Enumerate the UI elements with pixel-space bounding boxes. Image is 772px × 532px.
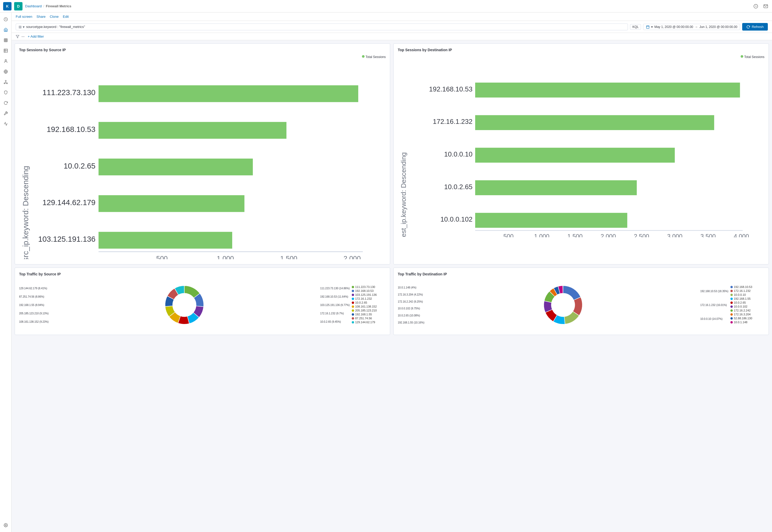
sidebar-item-home[interactable]: [1, 25, 10, 34]
breadcrumb-sep: /: [43, 4, 44, 8]
dst-legend-item-4: 192.168.1.55: [730, 297, 764, 300]
bar-1: [99, 85, 358, 102]
dst-tick-2500: 2,500: [634, 233, 649, 237]
traffic-dst-donut-wrapper: 10.0.1.148 (4%) 172.16.3.204 (4.22%) 172…: [398, 281, 728, 328]
mail-icon[interactable]: [763, 3, 769, 9]
donut-src-right-labels: 111.223.73.130 (14.86%) 192.168.10.53 (1…: [320, 281, 350, 328]
tick-2000: 2,000: [344, 255, 361, 259]
query-input[interactable]: ⊞ ▾ sourcetype.keyword : "firewall_metri…: [16, 24, 628, 30]
dst-bar-label-2: 172.16.1.232: [433, 118, 472, 125]
dst-legend-item-2: 172.16.1.232: [730, 289, 764, 292]
query-text: sourcetype.keyword : "firewall_metrics": [26, 25, 625, 29]
tick-500: 500: [156, 255, 167, 259]
svg-rect-18: [647, 26, 649, 28]
date-end: Jun 1, 2020 @ 00:00:00.00: [700, 25, 738, 29]
full-screen-link[interactable]: Full screen: [16, 15, 32, 19]
kql-badge[interactable]: KQL: [630, 24, 641, 30]
topbar-right: [753, 3, 769, 9]
sidebar: [0, 13, 11, 532]
dst-tick-3500: 3,500: [700, 233, 716, 237]
tick-1500: 1,500: [280, 255, 297, 259]
svg-rect-3: [4, 39, 7, 42]
date-range-picker[interactable]: ▾ May 1, 2020 @ 00:00:00.00 → Jun 1, 202…: [643, 24, 740, 30]
legend-item-6: 108.161.138.152: [352, 305, 386, 308]
sidebar-item-chart[interactable]: [1, 36, 10, 45]
panel-title-traffic-src: Top Traffic by Source IP: [19, 272, 386, 276]
bar-label-3: 10.0.2.65: [63, 162, 95, 170]
sidebar-item-table[interactable]: [1, 46, 10, 55]
svg-point-8: [5, 60, 6, 61]
donut-chart-src: [161, 281, 208, 328]
sidebar-item-shield[interactable]: [1, 88, 10, 97]
dst-bar-3: [475, 148, 675, 163]
bar-2: [99, 122, 287, 139]
dst-tick-3000: 3,000: [667, 233, 682, 237]
sidebar-item-settings[interactable]: [1, 521, 10, 530]
topbar: K D Dashboard / Firewall Metrics: [0, 0, 772, 13]
svg-point-17: [5, 525, 6, 526]
breadcrumb-current: Firewall Metrics: [46, 4, 71, 8]
panel-sessions-src: Top Sessions by Source IP Total Sessions…: [15, 43, 390, 264]
sidebar-item-tool[interactable]: [1, 109, 10, 118]
filter-dropdown-icon[interactable]: ⊞ ▾: [19, 25, 25, 29]
dst-bar-label-1: 192.168.10.53: [429, 85, 472, 93]
app-icon: D: [14, 2, 22, 10]
bar-label-1: 111.223.73.130: [42, 88, 95, 97]
legend-item-9: 87.251.74.56: [352, 317, 386, 320]
sidebar-item-activity[interactable]: [1, 119, 10, 129]
dst-tick-1000: 1,000: [534, 233, 549, 237]
filter-options-icon[interactable]: —: [21, 35, 25, 38]
dst-bar-5: [475, 213, 628, 228]
tick-1000: 1,000: [217, 255, 234, 259]
refresh-icon: [746, 25, 750, 29]
date-arrow: →: [695, 25, 698, 29]
addfilter-bar: — + Add filter: [11, 33, 772, 40]
panel-traffic-src: Top Traffic by Source IP 111.223.73.130 …: [15, 268, 390, 335]
panel-title-sessions-src: Top Sessions by Source IP: [19, 48, 386, 52]
legend-item-2: 192.168.10.53: [352, 289, 386, 292]
notifications-icon[interactable]: [753, 3, 759, 9]
legend-dot-sessions-dst: [741, 55, 743, 58]
sidebar-item-clock[interactable]: [1, 15, 10, 24]
svg-marker-22: [16, 35, 19, 38]
add-filter-button[interactable]: + Add filter: [28, 34, 44, 38]
panel-sessions-dst: Top Sessions by Destination IP Total Ses…: [393, 43, 769, 264]
legend-item-3: 103.125.191.136: [352, 293, 386, 296]
donut-dst-left-labels: 10.0.1.148 (4%) 172.16.3.204 (4.22%) 172…: [398, 281, 424, 328]
share-link[interactable]: Share: [37, 15, 46, 19]
dst-legend-item-10: 10.0.1.148: [730, 321, 764, 324]
bar-5: [99, 232, 232, 248]
bar-3: [99, 159, 253, 175]
sidebar-item-network[interactable]: [1, 77, 10, 87]
clone-link[interactable]: Clone: [50, 15, 59, 19]
traffic-dst-legend: 192.168.10.53 172.16.1.232 10.0.0.10 192…: [730, 285, 764, 325]
legend-item-5: 10.0.2.65: [352, 301, 386, 304]
main-layout: Full screen Share Clone Edit ⊞ ▾ sourcet…: [0, 13, 772, 532]
dst-legend-item-6: 10.0.0.102: [730, 305, 764, 308]
traffic-src-legend: 111.223.73.130 192.168.10.53 103.125.191…: [352, 285, 386, 325]
legend-item-8: 192.168.1.55: [352, 313, 386, 316]
bar-chart-sessions-src: src_ip.keyword: Descending 111.223.73.13…: [19, 61, 386, 259]
refresh-button[interactable]: Refresh: [742, 23, 768, 31]
legend-item-7: 205.185.123.210: [352, 309, 386, 312]
legend-item-10: 129.144.62.179: [352, 321, 386, 324]
legend-label-sessions-dst: Total Sessions: [744, 55, 764, 59]
bar-label-4: 129.144.62.179: [42, 198, 95, 207]
bar-4: [99, 195, 245, 212]
calendar-icon: [646, 25, 650, 29]
edit-link[interactable]: Edit: [63, 15, 68, 19]
legend-dot-sessions-src: [362, 55, 365, 58]
dst-bar-label-3: 10.0.0.10: [444, 150, 472, 158]
actionbar: Full screen Share Clone Edit: [11, 13, 772, 21]
dst-legend-item-5: 10.0.2.65: [730, 301, 764, 304]
sidebar-item-user[interactable]: [1, 56, 10, 66]
sidebar-item-refresh[interactable]: [1, 98, 10, 108]
breadcrumb-home[interactable]: Dashboard: [25, 4, 42, 8]
breadcrumb: Dashboard / Firewall Metrics: [25, 4, 71, 8]
date-start: May 1, 2020 @ 00:00:00.00: [654, 25, 693, 29]
dst-tick-1500: 1,500: [567, 233, 583, 237]
y-axis-label-dst: dest_ip.keyword: Descending: [400, 152, 407, 237]
dst-legend-item-3: 10.0.0.10: [730, 293, 764, 296]
panel-traffic-dst: Top Traffic by Destination IP 10.0.1.148…: [393, 268, 769, 335]
sidebar-item-globe[interactable]: [1, 67, 10, 76]
